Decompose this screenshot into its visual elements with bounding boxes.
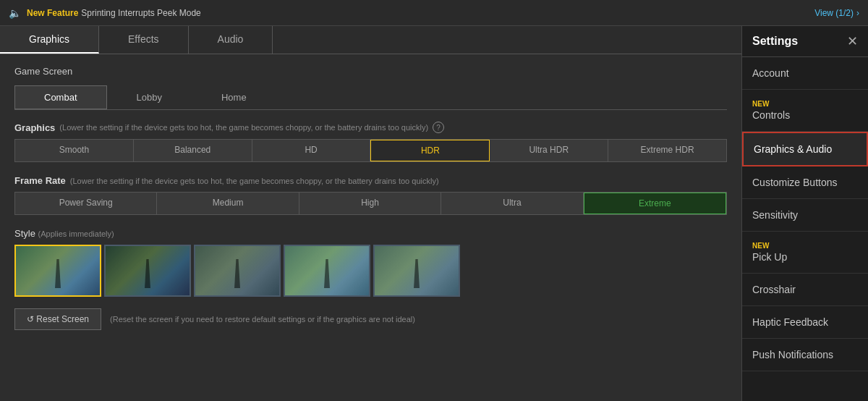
- sidebar-item-crosshair-label: Crosshair: [752, 284, 796, 295]
- option-hdr[interactable]: HDR: [370, 140, 490, 161]
- sidebar-item-push-notifications-label: Push Notifications: [752, 349, 833, 360]
- subtab-lobby[interactable]: Lobby: [107, 85, 192, 109]
- sidebar-item-customize-buttons[interactable]: Customize Buttons: [742, 166, 868, 199]
- option-extreme[interactable]: Extreme: [584, 193, 726, 214]
- main-layout: Graphics Effects Audio Game Screen Comba…: [0, 26, 868, 401]
- sidebar-item-graphics-audio-label: Graphics & Audio: [754, 143, 832, 155]
- option-medium[interactable]: Medium: [157, 193, 299, 214]
- sidebar-header: Settings ✕: [742, 26, 868, 57]
- style-thumbnail-4[interactable]: [284, 245, 370, 297]
- frame-rate-label: Frame Rate (Lower the setting if the dev…: [14, 175, 727, 186]
- sidebar-item-haptic-feedback-label: Haptic Feedback: [752, 316, 828, 328]
- option-power-saving[interactable]: Power Saving: [15, 193, 157, 214]
- sidebar-item-pick-up-label: Pick Up: [752, 251, 787, 263]
- tab-graphics[interactable]: Graphics: [0, 26, 99, 54]
- reset-screen-button[interactable]: ↺ Reset Screen: [14, 308, 101, 330]
- graphics-options: Smooth Balanced HD HDR Ultra HDR Extreme…: [14, 139, 727, 162]
- sidebar-item-controls[interactable]: NEW Controls: [742, 90, 868, 132]
- section-title: Game Screen: [14, 66, 727, 77]
- sidebar-item-account[interactable]: Account: [742, 57, 868, 90]
- sidebar-item-push-notifications[interactable]: Push Notifications: [742, 339, 868, 371]
- style-thumbnail-3[interactable]: [194, 245, 281, 297]
- style-section: Style (Applies immediately): [14, 228, 727, 297]
- tab-audio[interactable]: Audio: [189, 26, 273, 54]
- sidebar-item-customize-buttons-label: Customize Buttons: [752, 177, 838, 188]
- frame-rate-setting-group: Frame Rate (Lower the setting if the dev…: [14, 175, 727, 215]
- view-button[interactable]: View (1/2) ›: [814, 8, 859, 18]
- sidebar-item-pick-up[interactable]: NEW Pick Up: [742, 232, 868, 274]
- reset-row: ↺ Reset Screen (Reset the screen if you …: [14, 308, 727, 330]
- option-balanced[interactable]: Balanced: [134, 140, 252, 161]
- option-ultra[interactable]: Ultra: [441, 193, 583, 214]
- style-label: Style (Applies immediately): [14, 228, 727, 239]
- sidebar-item-sensitivity[interactable]: Sensitivity: [742, 199, 868, 232]
- sidebar-item-graphics-audio[interactable]: Graphics & Audio: [742, 132, 868, 166]
- graphics-label: Graphics (Lower the setting if the devic…: [14, 122, 727, 133]
- style-thumbnail-2[interactable]: [104, 245, 191, 297]
- controls-new-badge: NEW: [752, 100, 858, 108]
- sidebar-item-controls-label: Controls: [752, 109, 790, 121]
- speaker-icon: 🔈: [9, 7, 21, 19]
- left-panel: Graphics Effects Audio Game Screen Comba…: [0, 26, 741, 401]
- style-thumbnail-5[interactable]: [373, 245, 460, 297]
- sidebar-item-sensitivity-label: Sensitivity: [752, 209, 798, 221]
- frame-rate-options: Power Saving Medium High Ultra Extreme: [14, 192, 727, 215]
- top-bar: 🔈 New Feature Sprinting Interrupts Peek …: [0, 0, 868, 26]
- pick-up-new-badge: NEW: [752, 242, 858, 250]
- option-extreme-hdr[interactable]: Extreme HDR: [608, 140, 726, 161]
- style-thumbnail-1[interactable]: [14, 245, 101, 297]
- feature-text: Sprinting Interrupts Peek Mode: [81, 8, 200, 18]
- settings-title: Settings: [752, 35, 798, 48]
- reset-note: (Reset the screen if you need to restore…: [110, 315, 415, 324]
- content-area: Game Screen Combat Lobby Home Graphics (…: [0, 54, 741, 401]
- tabs-bar: Graphics Effects Audio: [0, 26, 741, 54]
- subtab-combat[interactable]: Combat: [14, 85, 107, 109]
- right-sidebar: Settings ✕ Account NEW Controls Graphics…: [741, 26, 868, 401]
- graphics-help-icon[interactable]: ?: [433, 122, 444, 133]
- option-hd[interactable]: HD: [252, 140, 371, 161]
- sidebar-item-crosshair[interactable]: Crosshair: [742, 274, 868, 306]
- sub-tabs: Combat Lobby Home: [14, 85, 727, 110]
- option-ultra-hdr[interactable]: Ultra HDR: [490, 140, 608, 161]
- option-high[interactable]: High: [299, 193, 441, 214]
- close-button[interactable]: ✕: [847, 33, 858, 49]
- sidebar-item-haptic-feedback[interactable]: Haptic Feedback: [742, 306, 868, 339]
- new-feature-label: New Feature: [27, 8, 78, 18]
- tab-effects[interactable]: Effects: [99, 26, 189, 54]
- subtab-home[interactable]: Home: [192, 85, 276, 109]
- thumbnails-row: [14, 245, 727, 297]
- sidebar-item-account-label: Account: [752, 67, 789, 79]
- option-smooth[interactable]: Smooth: [15, 140, 134, 161]
- sidebar-items: Account NEW Controls Graphics & Audio Cu…: [742, 57, 868, 401]
- graphics-setting-group: Graphics (Lower the setting if the devic…: [14, 122, 727, 162]
